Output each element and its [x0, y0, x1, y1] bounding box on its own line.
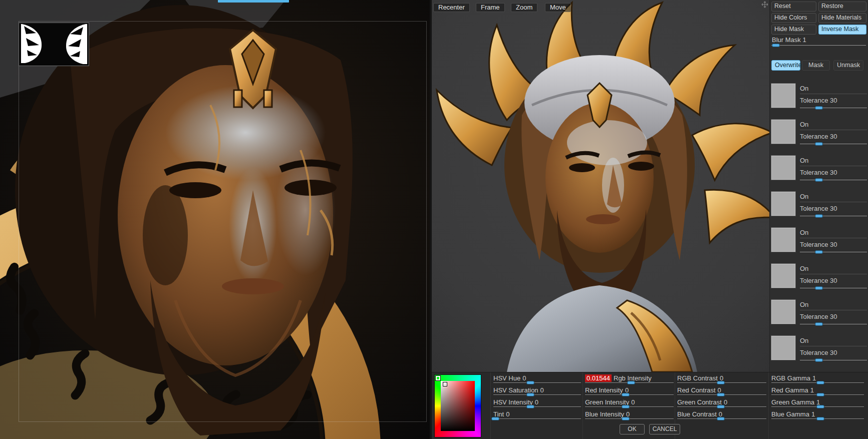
zoom-button[interactable]: Zoom [511, 3, 537, 12]
mask-layer-row: On Tolerance 30 [771, 156, 867, 183]
blue-gamma-label: Blue Gamma1 [771, 410, 815, 418]
layer-on-toggle[interactable]: On [800, 229, 867, 238]
blue-intensity-slider[interactable] [585, 418, 674, 419]
red-gamma-slider[interactable] [771, 394, 864, 395]
layer-tolerance-label: Tolerance 30 [800, 205, 867, 214]
hsv-intensity-slider[interactable] [493, 406, 581, 407]
layer-on-toggle[interactable]: On [800, 301, 867, 310]
blue-contrast-slider[interactable] [677, 418, 766, 419]
layer-tolerance-slider[interactable] [800, 144, 867, 144]
red-gamma-label: Red Gamma1 [771, 386, 814, 394]
left-viewport[interactable] [0, 0, 430, 439]
hide-materials-button[interactable]: Hide Materials [818, 13, 866, 23]
blue-contrast-label: Blue Contrast0 [677, 410, 722, 418]
mask-preview-image [19, 23, 89, 66]
layer-on-toggle[interactable]: On [800, 193, 867, 202]
tab-unmask[interactable]: Unmask [833, 60, 863, 71]
tab-mask[interactable]: Mask [802, 60, 830, 71]
blur-mask-label: Blur Mask 1 [772, 36, 806, 44]
layer-tolerance-label: Tolerance 30 [800, 133, 867, 142]
color-picker[interactable] [434, 374, 481, 437]
layer-tolerance-label: Tolerance 30 [800, 169, 867, 178]
green-gamma-label: Green Gamma1 [771, 398, 820, 406]
layer-color-swatch[interactable] [771, 156, 795, 180]
mask-layer-row: On Tolerance 30 [771, 264, 867, 291]
right-viewport[interactable]: Recenter Frame Zoom Move [432, 0, 769, 372]
green-contrast-slider[interactable] [677, 406, 766, 407]
inverse-mask-button[interactable]: Inverse Mask [818, 25, 866, 35]
reset-button[interactable]: Reset [771, 2, 816, 12]
cancel-button[interactable]: CANCEL [649, 424, 680, 434]
hsv-saturation-slider[interactable] [493, 394, 581, 395]
frame-button[interactable]: Frame [476, 3, 505, 12]
layer-color-swatch[interactable] [771, 264, 795, 288]
mask-layer-row: On Tolerance 30 [771, 336, 867, 363]
layer-tolerance-label: Tolerance 30 [800, 313, 867, 322]
rgb-intensity-slider[interactable] [585, 382, 674, 383]
layer-color-swatch[interactable] [771, 336, 795, 360]
active-tab-indicator [218, 0, 289, 3]
hide-colors-button[interactable]: Hide Colors [771, 13, 816, 23]
restore-button[interactable]: Restore [818, 2, 866, 12]
hsv-hue-slider[interactable] [493, 382, 581, 383]
rgb-contrast-slider[interactable] [677, 382, 766, 383]
rgb-intensity-label: 0.01544Rgb Intensity [585, 374, 654, 382]
rgb-contrast-label: RGB Contrast0 [677, 374, 723, 382]
layer-tolerance-slider[interactable] [800, 288, 867, 288]
layer-color-swatch[interactable] [771, 84, 795, 108]
color-adjustments-panel: HSV Hue0 HSV Saturation0 HSV Intensity0 … [432, 372, 868, 439]
rgb-gamma-slider[interactable] [771, 382, 864, 383]
layer-tolerance-label: Tolerance 30 [800, 277, 867, 286]
layer-tolerance-slider[interactable] [800, 216, 867, 216]
green-gamma-slider[interactable] [771, 406, 864, 407]
layer-tolerance-slider[interactable] [800, 324, 867, 324]
mask-layer-row: On Tolerance 30 [771, 228, 867, 255]
layer-tolerance-slider[interactable] [800, 180, 867, 180]
mask-settings-panel: Reset Restore Hide Colors Hide Materials… [769, 0, 868, 372]
move-cursor-icon [761, 1, 768, 8]
layer-on-toggle[interactable]: On [800, 85, 867, 94]
mask-layer-row: On Tolerance 30 [771, 84, 867, 111]
layer-color-swatch[interactable] [771, 192, 795, 216]
right-area: Recenter Frame Zoom Move Reset Restore H… [432, 0, 868, 439]
red-intensity-slider[interactable] [585, 394, 674, 395]
hsv-hue-label: HSV Hue0 [493, 374, 526, 382]
layer-color-swatch[interactable] [771, 120, 795, 144]
tint-slider[interactable] [493, 418, 581, 419]
layer-tolerance-slider[interactable] [800, 108, 867, 108]
blur-mask-slider[interactable] [771, 45, 866, 46]
mask-layer-row: On Tolerance 30 [771, 192, 867, 219]
mask-layer-row: On Tolerance 30 [771, 120, 867, 147]
recenter-button[interactable]: Recenter [433, 3, 470, 12]
layer-on-toggle[interactable]: On [800, 121, 867, 130]
layer-tolerance-label: Tolerance 30 [800, 349, 867, 358]
spotlight-editor-window: Recenter Frame Zoom Move Reset Restore H… [0, 0, 868, 439]
move-button[interactable]: Move [545, 3, 571, 12]
green-intensity-slider[interactable] [585, 406, 674, 407]
layer-color-swatch[interactable] [771, 300, 795, 324]
layer-on-toggle[interactable]: On [800, 157, 867, 166]
hsv-saturation-label: HSV Saturation0 [493, 386, 544, 394]
layer-tolerance-slider[interactable] [800, 360, 867, 360]
layer-tolerance-label: Tolerance 30 [800, 241, 867, 250]
hue-selector[interactable] [436, 376, 440, 380]
ok-button[interactable]: OK [620, 424, 645, 434]
saturation-value-square[interactable] [441, 381, 475, 431]
hide-mask-button[interactable]: Hide Mask [771, 25, 816, 35]
rgb-gamma-label: RGB Gamma1 [771, 374, 816, 382]
red-contrast-slider[interactable] [677, 394, 766, 395]
mask-preview-thumbnail[interactable] [19, 23, 89, 66]
layer-color-swatch[interactable] [771, 228, 795, 252]
layer-on-toggle[interactable]: On [800, 337, 867, 346]
right-viewport-image [432, 0, 769, 372]
layer-on-toggle[interactable]: On [800, 265, 867, 274]
sv-selector[interactable] [443, 382, 447, 386]
red-contrast-label: Red Contrast0 [677, 386, 721, 394]
layer-tolerance-slider[interactable] [800, 252, 867, 252]
blue-gamma-slider[interactable] [771, 418, 864, 419]
tab-overwrite[interactable]: Overwrite [771, 60, 800, 71]
mask-layer-row: On Tolerance 30 [771, 300, 867, 327]
layer-tolerance-label: Tolerance 30 [800, 97, 867, 106]
